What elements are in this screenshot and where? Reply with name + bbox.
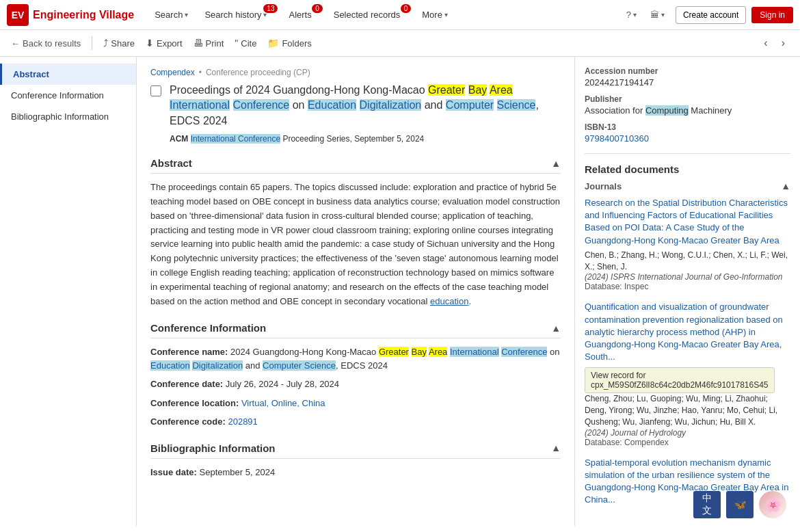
print-button[interactable]: 🖶 Print xyxy=(194,38,224,49)
title-link-digitalization[interactable]: Digitalization xyxy=(360,99,422,111)
related-item-2-title[interactable]: Quantification and visualization of grou… xyxy=(585,301,790,363)
abstract-toggle[interactable]: ▲ xyxy=(551,158,561,169)
publisher-label: Publisher xyxy=(585,94,790,104)
back-to-results-button[interactable]: ← Back to results xyxy=(11,38,81,49)
issue-date-label: Issue date: xyxy=(150,467,197,477)
tooltip-label: View record for xyxy=(591,371,645,380)
logo-icon: EV xyxy=(7,4,29,26)
tooltip-code: cpx_M59S0fZ6lI8c64c20db2M46fc91017816S45 xyxy=(591,380,769,390)
conf-loc-label: Conference location: xyxy=(150,398,239,408)
alerts-badge: 0 xyxy=(312,4,323,13)
accession-value: 20244217194147 xyxy=(585,77,790,88)
title-content: Proceedings of 2024 Guangdong-Hong Kong-… xyxy=(170,83,561,144)
record-nav: ‹ › xyxy=(760,36,789,51)
help-button[interactable]: ? ▾ xyxy=(621,0,642,30)
title-area: Proceedings of 2024 Guangdong-Hong Kong-… xyxy=(150,83,561,144)
conf-date-label: Conference date: xyxy=(150,379,223,389)
chinese-icon[interactable]: 中文 xyxy=(693,491,721,518)
title-link-conference[interactable]: Conference xyxy=(233,99,290,111)
bottom-right-icons: 中文 🦋 🌸 xyxy=(693,491,786,518)
checkbox-area xyxy=(150,83,161,144)
prev-record-button[interactable]: ‹ xyxy=(760,36,771,51)
sign-in-button[interactable]: Sign in xyxy=(751,7,793,23)
journals-toggle[interactable]: ▲ xyxy=(781,181,790,191)
main-layout: Abstract Conference Information Bibliogr… xyxy=(0,57,800,526)
isbn-value[interactable]: 9798400710360 xyxy=(585,133,790,144)
bibliographic-toggle[interactable]: ▲ xyxy=(551,442,561,453)
conf-name-area: Area xyxy=(429,347,447,357)
sidebar-item-abstract[interactable]: Abstract xyxy=(0,64,136,85)
nav-search-history[interactable]: Search history 13 ▾ xyxy=(198,0,279,30)
abstract-text: The proceedings contain 65 papers. The t… xyxy=(150,181,561,308)
chevron-down-icon: ▾ xyxy=(185,11,188,18)
related-item-1-db: Database: Inspec xyxy=(585,282,790,291)
related-item-2-meta: (2024) Journal of Hydrology xyxy=(585,428,790,438)
highlight-bay: Bay xyxy=(468,84,488,96)
cite-button[interactable]: " Cite xyxy=(235,38,256,49)
conference-code-row: Conference code: 202891 xyxy=(150,415,561,429)
nav-alerts[interactable]: Alerts 0 xyxy=(282,0,323,30)
title-link-international[interactable]: International xyxy=(170,99,230,111)
title-link-science[interactable]: Science xyxy=(497,99,536,111)
conference-date-row: Conference date: July 26, 2024 - July 28… xyxy=(150,377,561,391)
breadcrumb-type: Conference proceeding (CP) xyxy=(206,68,310,77)
conf-name-link-digi[interactable]: Digitalization xyxy=(192,360,243,371)
cite-icon: " xyxy=(235,38,238,49)
conf-loc-value[interactable]: Virtual, Online, China xyxy=(241,398,325,408)
share-button[interactable]: ⤴ Share xyxy=(103,38,135,49)
print-icon: 🖶 xyxy=(194,38,203,49)
create-account-button[interactable]: Create account xyxy=(676,6,746,24)
back-icon: ← xyxy=(11,38,20,49)
related-item-2-db: Database: Compendex xyxy=(585,438,790,447)
journals-label: Journals xyxy=(585,181,622,191)
title-link-computer[interactable]: Computer xyxy=(446,99,494,111)
library-icon[interactable]: 🏛 ▾ xyxy=(645,0,670,30)
conf-name-label: Conference name: xyxy=(150,347,228,357)
abstract-section-title: Abstract xyxy=(150,157,192,169)
conf-name-link-conf[interactable]: Conference xyxy=(501,347,547,357)
search-history-badge: 13 xyxy=(263,4,278,13)
record-title: Proceedings of 2024 Guangdong-Hong Kong-… xyxy=(170,83,561,129)
abstract-section: Abstract ▲ The proceedings contain 65 pa… xyxy=(150,157,561,308)
folders-button[interactable]: 📁 Folders xyxy=(267,38,311,49)
related-item-1-meta: (2024) ISPRS International Journal of Ge… xyxy=(585,272,790,282)
highlight-area: Area xyxy=(490,84,513,96)
journals-header: Journals ▲ xyxy=(585,181,790,191)
abstract-education-link[interactable]: education xyxy=(430,296,468,306)
related-item-1-title[interactable]: Research on the Spatial Distribution Cha… xyxy=(585,197,790,247)
breadcrumb-compendex[interactable]: Compendex xyxy=(150,68,195,77)
nav-selected-records[interactable]: Selected records 0 xyxy=(327,0,413,30)
conference-info-toggle[interactable]: ▲ xyxy=(551,323,561,334)
top-nav: EV Engineering Village Search ▾ Search h… xyxy=(0,0,800,30)
sidebar: Abstract Conference Information Bibliogr… xyxy=(0,57,137,526)
conf-name-bay: Bay xyxy=(412,347,427,357)
logo-area[interactable]: EV Engineering Village xyxy=(7,4,134,26)
sidebar-item-conference-info[interactable]: Conference Information xyxy=(0,85,136,106)
publisher-highlight: Computing xyxy=(645,105,689,116)
chevron-down-icon: ▾ xyxy=(661,11,665,18)
conf-name-link-intl[interactable]: International xyxy=(450,347,499,357)
conf-name-link-edu[interactable]: Education xyxy=(150,360,190,371)
abstract-section-header: Abstract ▲ xyxy=(150,157,561,174)
series-link[interactable]: International Conference xyxy=(191,134,280,144)
conf-code-value[interactable]: 202891 xyxy=(228,416,257,427)
logo-text: Engineering Village xyxy=(33,9,134,21)
toolbar-separator xyxy=(92,36,92,50)
nav-search[interactable]: Search ▾ xyxy=(148,0,195,30)
flower-decoration: 🌸 xyxy=(759,491,786,518)
record-checkbox[interactable] xyxy=(150,85,161,96)
conference-info-section: Conference Information ▲ Conference name… xyxy=(150,322,561,429)
next-record-button[interactable]: › xyxy=(777,36,789,51)
isbn-label: ISBN-13 xyxy=(585,122,790,132)
toolbar: ← Back to results ⤴ Share ⬇ Export 🖶 Pri… xyxy=(0,30,800,57)
export-button[interactable]: ⬇ Export xyxy=(146,38,183,49)
butterfly-icon[interactable]: 🦋 xyxy=(726,491,754,518)
conf-name-link-cs[interactable]: Computer Science xyxy=(263,360,336,371)
conference-info-title: Conference Information xyxy=(150,322,266,334)
chevron-down-icon: ▾ xyxy=(444,11,448,18)
title-link-education[interactable]: Education xyxy=(308,99,356,111)
chevron-down-icon: ▾ xyxy=(633,11,637,18)
nav-more[interactable]: More ▾ xyxy=(415,0,455,30)
sidebar-item-bibliographic-info[interactable]: Bibliographic Information xyxy=(0,106,136,127)
related-documents-title: Related documents xyxy=(585,163,790,175)
